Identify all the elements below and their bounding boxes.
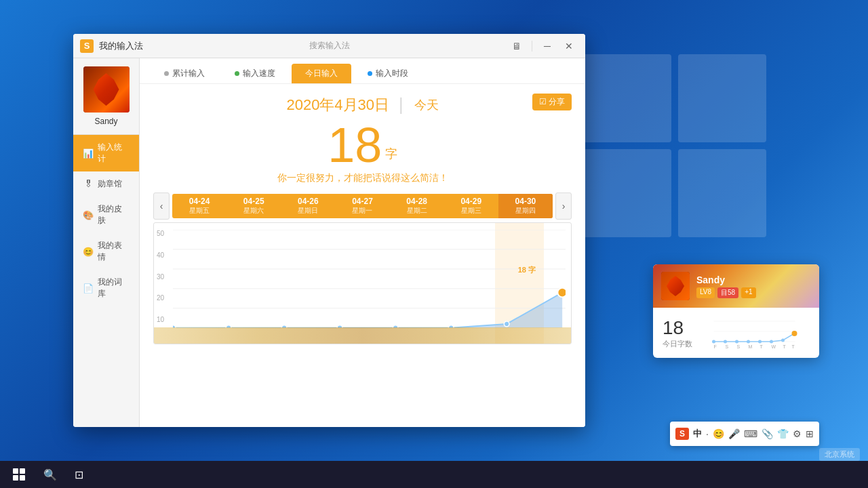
app-window: S 我的输入法 搜索输入法 🖥 ─ ✕ Sandy 📊 输入统计	[73, 34, 585, 427]
sidebar-item-emoticons[interactable]: 😊 我的表情	[73, 233, 139, 270]
ime-clip-btn[interactable]: 📎	[762, 428, 773, 439]
tab-dot-gray	[164, 71, 169, 76]
tabs-bar: 累计输入 输入速度 今日输入 输入时段	[140, 58, 585, 84]
sidebar-item-dictionary[interactable]: 📄 我的词库	[73, 270, 139, 306]
cal-date: 04-24	[174, 197, 225, 206]
cal-week: 星期五	[174, 206, 225, 216]
windows-logo-bg	[563, 54, 766, 258]
tab-today[interactable]: 今日输入	[292, 64, 351, 83]
monitor-button[interactable]: 🖥	[507, 38, 526, 54]
widget-count-section: 18 今日字数	[663, 317, 692, 349]
sidebar-item-achievements[interactable]: 🎖 勋章馆	[73, 171, 139, 197]
ime-emoji-btn[interactable]: 😊	[713, 428, 724, 439]
cal-day-0425[interactable]: 04-25 星期六	[226, 194, 281, 218]
svg-point-18	[724, 340, 727, 344]
cal-day-0426[interactable]: 04-26 星期日	[281, 194, 335, 218]
widget-chart-svg: F S S M T W T T	[699, 314, 810, 348]
cal-day-0424[interactable]: 04-24 星期五	[172, 194, 226, 218]
skin-icon: 🎨	[83, 209, 94, 220]
ime-mode[interactable]: 中	[693, 428, 702, 440]
title-bar-left: S 我的输入法	[80, 39, 143, 53]
share-button[interactable]: ☑ 分享	[532, 94, 572, 110]
chart-icon: 📊	[83, 148, 94, 159]
cal-date: 04-26	[282, 197, 334, 206]
tab-label: 输入速度	[243, 68, 275, 79]
app-logo-icon: S	[80, 39, 94, 53]
calendar-prev-button[interactable]: ‹	[153, 192, 170, 220]
calendar-next-button[interactable]: ›	[555, 192, 572, 220]
ime-skin-btn[interactable]: 👕	[777, 428, 789, 439]
user-profile: Sandy	[73, 58, 139, 135]
cal-date: 04-25	[228, 197, 279, 206]
taskview-icon: ⊡	[75, 468, 83, 481]
tab-label: 今日输入	[305, 68, 338, 79]
cal-week: 星期六	[228, 206, 279, 216]
taskbar: 🔍 ⊡ 北京系统	[0, 461, 868, 488]
big-count-display: 18 字	[153, 121, 572, 169]
widget-panel: Sandy LV8 目58 +1 18 今日字数	[653, 264, 819, 358]
tab-speed[interactable]: 输入速度	[221, 64, 289, 83]
ime-logo: S	[675, 428, 689, 440]
cal-date: 04-27	[336, 197, 388, 206]
cal-week: 星期四	[500, 206, 551, 216]
sidebar-item-label: 我的皮肤	[98, 203, 130, 226]
widget-user-info: Sandy LV8 目58 +1	[696, 274, 756, 298]
svg-rect-33	[13, 468, 18, 474]
svg-point-20	[747, 340, 750, 344]
user-name-label: Sandy	[94, 117, 117, 126]
chart-svg	[173, 230, 566, 328]
ime-mic-btn[interactable]: 🎤	[728, 428, 740, 439]
svg-rect-34	[20, 468, 25, 474]
y-label-10: 10	[157, 316, 164, 323]
window-controls: 🖥 ─ ✕	[507, 38, 578, 54]
taskbar-search-button[interactable]: 🔍	[37, 461, 64, 488]
search-icon: 🔍	[43, 468, 57, 481]
emotion-icon: 😊	[83, 246, 94, 257]
widget-body: 18 今日字数 F S S M	[653, 308, 819, 358]
medal-icon: 🎖	[83, 179, 94, 190]
ime-dot-btn[interactable]: ·	[706, 428, 709, 439]
cal-day-0427[interactable]: 04-27 星期一	[335, 194, 389, 218]
watermark: 北京系统	[819, 448, 860, 461]
ime-grid-btn[interactable]: ⊞	[806, 428, 814, 439]
cal-day-0430[interactable]: 04-30 星期四	[498, 194, 553, 218]
tab-dot-blue	[368, 71, 372, 76]
minimize-button[interactable]: ─	[538, 38, 557, 54]
sidebar-item-skins[interactable]: 🎨 我的皮肤	[73, 197, 139, 233]
svg-rect-36	[20, 475, 25, 481]
cal-day-0428[interactable]: 04-28 星期二	[390, 194, 444, 218]
widget-avatar	[661, 272, 690, 300]
cal-day-0429[interactable]: 04-29 星期三	[444, 194, 498, 218]
close-button[interactable]: ✕	[559, 38, 578, 54]
ime-toolbar: S 中 · 😊 🎤 ⌨ 📎 👕 ⚙ ⊞	[670, 422, 819, 446]
tab-cumulative[interactable]: 累计输入	[151, 64, 218, 83]
sidebar-item-input-stats[interactable]: 📊 输入统计	[73, 135, 139, 171]
sidebar-item-label: 输入统计	[98, 142, 130, 165]
ime-keyboard-btn[interactable]: ⌨	[744, 428, 757, 439]
cal-date: 04-29	[446, 197, 497, 206]
content-area: ☑ 分享 2020年4月30日 │ 今天 18 字 你一定很努力，才能把话说得这…	[140, 84, 585, 427]
svg-text:F: F	[714, 344, 717, 348]
search-label: 搜索输入法	[309, 40, 350, 52]
cal-week: 星期日	[282, 206, 334, 216]
svg-point-19	[735, 340, 738, 344]
tab-label: 输入时段	[376, 68, 408, 79]
start-button[interactable]	[3, 461, 35, 488]
y-label-40: 40	[157, 251, 164, 259]
tab-period[interactable]: 输入时段	[354, 64, 422, 83]
y-label-50: 50	[157, 230, 164, 237]
sidebar: Sandy 📊 输入统计 🎖 勋章馆 🎨 我的皮肤 😊 我的表情	[73, 58, 140, 427]
widget-level: LV8	[696, 287, 715, 298]
taskbar-taskview-button[interactable]: ⊡	[65, 461, 92, 488]
tab-dot-green	[235, 71, 239, 76]
date-row: 2020年4月30日 │ 今天	[153, 95, 572, 115]
svg-text:S: S	[737, 344, 741, 348]
widget-header: Sandy LV8 目58 +1	[653, 264, 819, 308]
motivational-text: 你一定很努力，才能把话说得这么简洁！	[153, 172, 572, 184]
cal-week: 星期三	[446, 206, 497, 216]
cal-date: 04-30	[500, 197, 551, 206]
chart-container: 50 40 30 20 10	[153, 222, 572, 344]
ime-settings-btn[interactable]: ⚙	[793, 428, 802, 439]
widget-today-label: 今日字数	[663, 339, 692, 349]
chart-tooltip: 18 字	[518, 265, 536, 275]
